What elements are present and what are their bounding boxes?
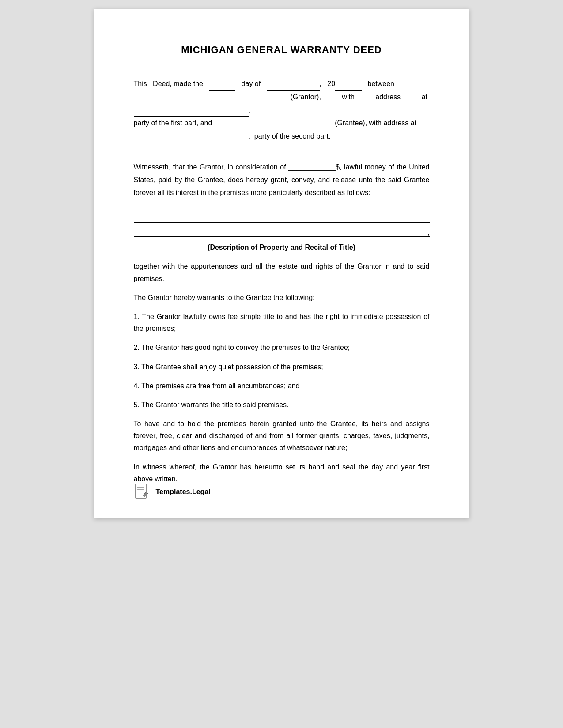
footer-brand: Templates.Legal	[156, 488, 211, 496]
witnesseth-text: Witnesseth, that the Grantor, in conside…	[134, 163, 430, 196]
intro-grantor-label: (Grantor), with address at	[291, 93, 428, 101]
grantee-address-blank	[134, 130, 249, 143]
intro-this: This	[134, 80, 147, 87]
document-icon	[134, 483, 151, 501]
intro-party-first: party of the first part, and	[134, 119, 212, 127]
document-title: MICHIGAN GENERAL WARRANTY DEED	[134, 44, 430, 56]
intro-year: 20	[327, 80, 362, 87]
together-text: together with the appurtenances and all …	[134, 260, 430, 284]
document-page: MICHIGAN GENERAL WARRANTY DEED This Deed…	[94, 9, 469, 518]
warrants-text: The Grantor hereby warrants to the Grant…	[134, 292, 430, 304]
intro-grantee-label: (Grantee), with address at	[335, 119, 416, 127]
year-blank	[335, 78, 362, 91]
property-line-2	[134, 226, 430, 237]
to-have-text: To have and to hold the premises herein …	[134, 418, 430, 454]
month-blank	[267, 78, 320, 91]
intro-deed-made-the: Deed, made the	[153, 80, 203, 87]
footer: Templates.Legal	[134, 483, 211, 501]
warranty-item-1: 1. The Grantor lawfully owns fee simple …	[134, 311, 430, 334]
grantee-name-blank	[216, 117, 331, 130]
grantor-address-blank	[134, 104, 249, 117]
property-lines	[134, 212, 430, 237]
warranty-item-5: 5. The Grantor warrants the title to sai…	[134, 399, 430, 411]
property-line-1	[134, 212, 430, 223]
grantor-name-blank	[134, 91, 249, 104]
witnesseth-block: Witnesseth, that the Grantor, in conside…	[134, 161, 430, 199]
in-witness-text: In witness whereof, the Grantor has here…	[134, 461, 430, 485]
day-blank	[209, 78, 235, 91]
warranty-item-3: 3. The Grantee shall enjoy quiet possess…	[134, 361, 430, 373]
warranty-item-2: 2. The Grantor has good right to convey …	[134, 341, 430, 353]
description-heading: (Description of Property and Recital of …	[134, 244, 430, 251]
warranty-item-4: 4. The premises are free from all encumb…	[134, 380, 430, 392]
intro-party-second: party of the second part:	[254, 132, 331, 140]
intro-day-of: day of	[242, 80, 261, 87]
intro-between: between	[367, 80, 394, 87]
intro-block: This Deed, made the day of , 20 between …	[134, 78, 430, 143]
